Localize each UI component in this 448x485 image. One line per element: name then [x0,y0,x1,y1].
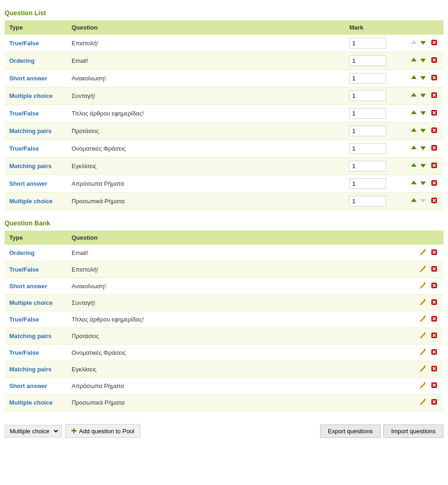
move-down-button-disabled [418,196,428,206]
bank-type-link[interactable]: Short answer [9,382,47,389]
delete-button[interactable] [430,161,439,171]
mark-cell [345,87,405,105]
bank-delete-button[interactable] [430,315,439,324]
type-link[interactable]: True/False [9,40,39,47]
mark-input[interactable] [349,55,386,66]
type-link[interactable]: True/False [9,110,39,117]
delete-button[interactable] [430,126,439,136]
bank-type-cell: True/False [5,261,67,278]
question-text: Ονοματικές Φράσεις [72,145,126,152]
type-cell: True/False [5,105,67,122]
edit-button[interactable] [418,281,428,291]
edit-button[interactable] [418,398,428,407]
bank-type-link[interactable]: Matching pairs [9,366,52,373]
bank-actions-cell [406,345,443,361]
bank-delete-button[interactable] [430,331,439,341]
bank-type-link[interactable]: Ordering [9,249,35,256]
bank-col-header-question: Question [67,230,406,245]
bank-delete-button[interactable] [430,281,439,291]
delete-button[interactable] [430,91,439,101]
move-up-button[interactable] [409,126,418,136]
bank-delete-button[interactable] [430,364,439,374]
bank-type-link[interactable]: True/False [9,349,39,356]
mark-input[interactable] [349,73,386,84]
delete-button[interactable] [430,38,439,48]
edit-button[interactable] [418,315,428,324]
bank-type-link[interactable]: Short answer [9,283,47,290]
type-link[interactable]: Short answer [9,75,47,82]
move-down-button[interactable] [418,109,428,118]
move-down-button[interactable] [418,56,428,66]
delete-button[interactable] [430,179,439,188]
bank-actions-cell [406,278,443,295]
move-up-button[interactable] [409,179,418,188]
bank-delete-button[interactable] [430,381,439,391]
mark-input[interactable] [349,108,386,119]
question-suffix: ! [87,57,89,64]
delete-button[interactable] [430,56,439,66]
bank-type-link[interactable]: True/False [9,266,39,273]
move-down-button[interactable] [418,161,428,171]
move-down-button[interactable] [418,73,428,83]
move-up-button[interactable] [409,56,418,66]
type-link[interactable]: Matching pairs [9,127,52,134]
bank-type-link[interactable]: Matching pairs [9,333,52,340]
move-down-button[interactable] [418,179,428,188]
bank-delete-button[interactable] [430,265,439,274]
delete-button[interactable] [430,109,439,118]
mark-input[interactable] [349,143,386,154]
move-up-button[interactable] [409,109,418,118]
question-list-header-row: Type Question Mark [5,20,443,35]
mark-input[interactable] [349,178,386,189]
type-link[interactable]: Matching pairs [9,163,52,170]
question-text: Επιστολή [72,40,97,47]
bank-type-link[interactable]: Multiple choice [9,399,53,406]
edit-button[interactable] [418,298,428,308]
question-text: Προσωπικά Ρήματα [72,198,125,205]
edit-button[interactable] [418,381,428,391]
bank-type-link[interactable]: Multiple choice [9,299,53,306]
export-questions-button[interactable]: Export questions [320,424,381,438]
edit-button[interactable] [418,265,428,274]
delete-button[interactable] [430,144,439,153]
import-questions-button[interactable]: Import questions [383,424,443,438]
question-type-select[interactable]: Multiple choiceTrue/FalseShort answerOrd… [5,425,60,437]
move-down-button[interactable] [418,126,428,136]
bank-col-header-actions [406,230,443,245]
bank-delete-button[interactable] [430,298,439,308]
type-link[interactable]: True/False [9,145,39,152]
move-up-button[interactable] [409,91,418,101]
move-up-button[interactable] [409,196,418,206]
move-up-button[interactable] [409,161,418,171]
svg-marker-21 [420,111,426,115]
add-question-button[interactable]: ✚ Add question to Pool [65,424,140,438]
type-link[interactable]: Multiple choice [9,198,53,205]
bank-type-link[interactable]: True/False [9,316,39,323]
mark-input[interactable] [349,126,386,136]
edit-button[interactable] [418,331,428,341]
mark-input[interactable] [349,161,386,171]
edit-button[interactable] [418,364,428,374]
type-link[interactable]: Ordering [9,57,35,64]
edit-button[interactable] [418,248,428,258]
mark-input[interactable] [349,91,386,101]
edit-button[interactable] [418,348,428,358]
type-link[interactable]: Multiple choice [9,92,53,99]
bank-delete-button[interactable] [430,398,439,407]
move-up-button[interactable] [409,73,418,83]
move-down-button[interactable] [418,38,428,48]
bank-question-text: Ονοματικές Φράσεις [72,349,126,356]
mark-input[interactable] [349,196,386,206]
question-list-row: Multiple choice Προσωπικά Ρήματα [5,193,443,210]
bank-question-cell: Εγκλίσεις [67,361,406,378]
bank-delete-button[interactable] [430,248,439,258]
mark-input[interactable] [349,38,386,48]
type-link[interactable]: Short answer [9,180,47,187]
delete-button[interactable] [430,196,439,206]
move-up-button[interactable] [409,144,418,153]
move-down-button[interactable] [418,91,428,101]
bank-delete-button[interactable] [430,348,439,358]
svg-marker-30 [411,146,417,149]
move-down-button[interactable] [418,144,428,153]
delete-button[interactable] [430,73,439,83]
